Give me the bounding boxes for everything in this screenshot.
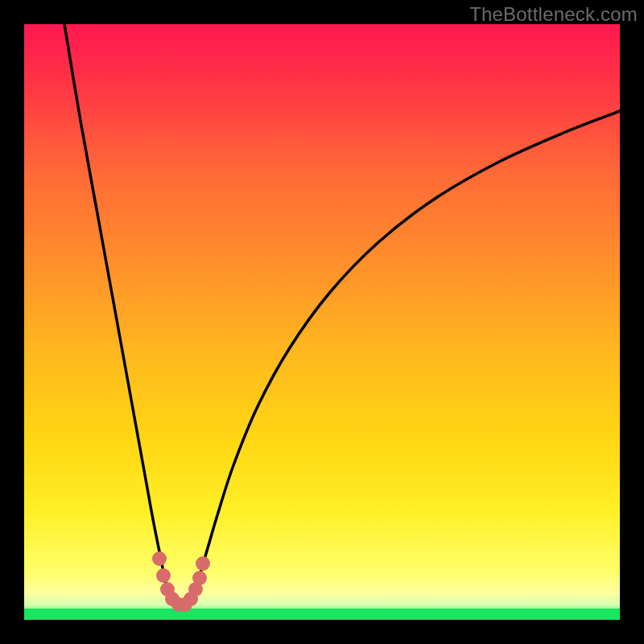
valley-dot bbox=[192, 571, 207, 585]
chart-frame bbox=[24, 24, 620, 620]
valley-dot bbox=[196, 556, 210, 571]
bottleneck-chart bbox=[24, 24, 620, 620]
valley-dot bbox=[156, 568, 171, 583]
watermark-text: TheBottleneck.com bbox=[469, 3, 638, 26]
valley-dot bbox=[152, 551, 167, 566]
bottom-green-band bbox=[24, 609, 620, 620]
gradient-background bbox=[24, 24, 620, 620]
